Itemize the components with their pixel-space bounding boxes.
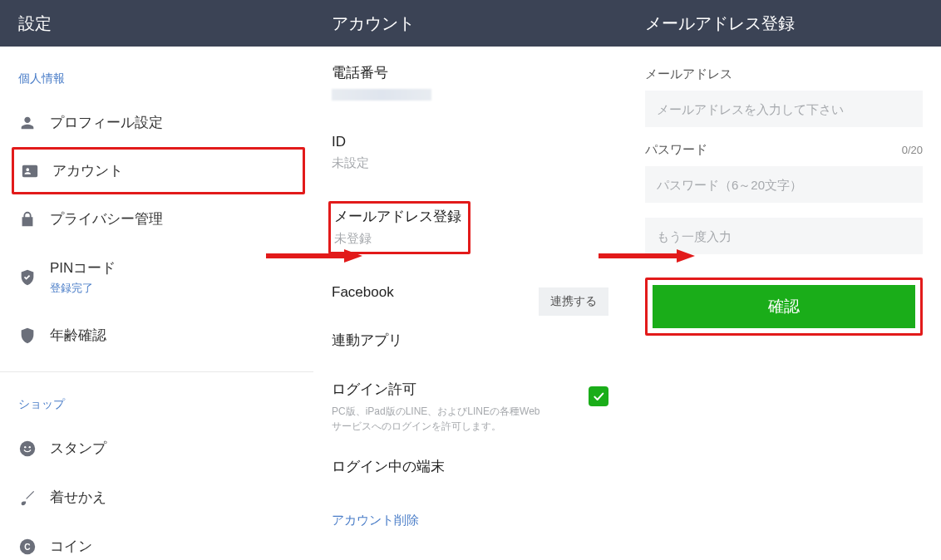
smile-icon [18, 440, 37, 458]
phone-value-redacted [332, 89, 431, 101]
row-facebook[interactable]: Facebook 連携する [313, 268, 627, 314]
password-counter: 0/20 [902, 144, 923, 156]
password-confirm-input[interactable] [645, 218, 923, 254]
sidebar-item-age-verify[interactable]: 年齢確認 [0, 311, 313, 360]
row-logged-in-devices[interactable]: ログイン中の端末 [313, 440, 627, 489]
row-label: メールアドレス登録 [334, 207, 461, 226]
shield-icon [18, 327, 37, 345]
section-personal-info: 個人情報 [0, 47, 313, 98]
section-shop: ショップ [0, 372, 313, 424]
sidebar-item-profile[interactable]: プロフィール設定 [0, 98, 313, 147]
settings-panel: 設定 個人情報 プロフィール設定 アカウント プライバシー管理 [0, 0, 313, 560]
confirm-button[interactable]: 確認 [653, 285, 915, 328]
sidebar-item-label: プライバシー管理 [50, 209, 163, 228]
sidebar-item-account[interactable]: アカウント [14, 150, 303, 192]
sidebar-item-label: 年齢確認 [50, 326, 106, 345]
email-registration-panel: メールアドレス登録 メールアドレス パスワード 0/20 確認 [627, 0, 941, 560]
row-value: 未設定 [332, 155, 608, 171]
sidebar-item-label: スタンプ [50, 439, 106, 458]
sidebar-item-theme[interactable]: 着せかえ [0, 473, 313, 522]
row-email-registration[interactable]: メールアドレス登録 未登録 [313, 184, 627, 268]
email-label: メールアドレス [645, 66, 923, 82]
row-label: ID [332, 134, 608, 150]
row-linked-apps[interactable]: 連動アプリ [313, 314, 627, 363]
row-description: PC版、iPad版のLINE、およびLINEの各種Webサービスへのログインを許… [332, 404, 548, 434]
sidebar-item-label: コイン [50, 537, 92, 556]
shield-check-icon [18, 268, 37, 287]
delete-account-link[interactable]: アカウント削除 [313, 489, 437, 528]
row-label: ログイン許可 [332, 380, 608, 399]
password-input[interactable] [645, 166, 923, 203]
email-registration-highlight: メールアドレス登録 未登録 [328, 201, 470, 254]
email-registration-header: メールアドレス登録 [627, 0, 941, 47]
row-id[interactable]: ID 未設定 [313, 117, 627, 184]
person-icon [18, 114, 37, 132]
sidebar-item-label: アカウント [52, 161, 123, 180]
sidebar-item-label: 着せかえ [50, 488, 106, 507]
account-panel: アカウント 電話番号 ID 未設定 メールアドレス登録 未登録 Facebook… [313, 0, 627, 560]
sidebar-item-label: プロフィール設定 [50, 113, 163, 132]
svg-point-2 [29, 445, 31, 447]
facebook-link-button[interactable]: 連携する [539, 287, 608, 316]
label-text: パスワード [645, 142, 707, 158]
settings-header: 設定 [0, 0, 313, 47]
confirm-button-highlight: 確認 [645, 278, 923, 336]
password-label: パスワード 0/20 [645, 142, 923, 158]
paintbrush-icon [18, 489, 37, 507]
svg-text:C: C [24, 542, 30, 551]
sidebar-item-pin[interactable]: PINコード 登録完了 [0, 243, 313, 311]
sidebar-item-label: PINコード [50, 258, 116, 278]
sidebar-item-account-highlight: アカウント [12, 147, 305, 194]
sidebar-item-stamp[interactable]: スタンプ [0, 424, 313, 473]
row-label: 連動アプリ [332, 331, 608, 350]
email-input[interactable] [645, 91, 923, 127]
row-label: 電話番号 [332, 63, 608, 82]
lock-icon [18, 210, 37, 228]
sidebar-item-privacy[interactable]: プライバシー管理 [0, 194, 313, 243]
row-value: 未登録 [334, 231, 461, 247]
row-phone[interactable]: 電話番号 [313, 47, 627, 117]
row-label: ログイン中の端末 [332, 457, 608, 476]
login-permission-toggle[interactable] [589, 386, 608, 406]
coin-icon: C [18, 538, 37, 556]
row-login-permission: ログイン許可 PC版、iPad版のLINE、およびLINEの各種Webサービスへ… [313, 363, 627, 440]
account-header: アカウント [313, 0, 627, 47]
sidebar-item-sublabel: 登録完了 [50, 281, 116, 296]
id-card-icon [21, 162, 39, 180]
label-text: メールアドレス [645, 66, 732, 82]
sidebar-item-coin[interactable]: C コイン [0, 522, 313, 560]
svg-point-1 [24, 445, 26, 447]
svg-point-0 [20, 440, 35, 455]
